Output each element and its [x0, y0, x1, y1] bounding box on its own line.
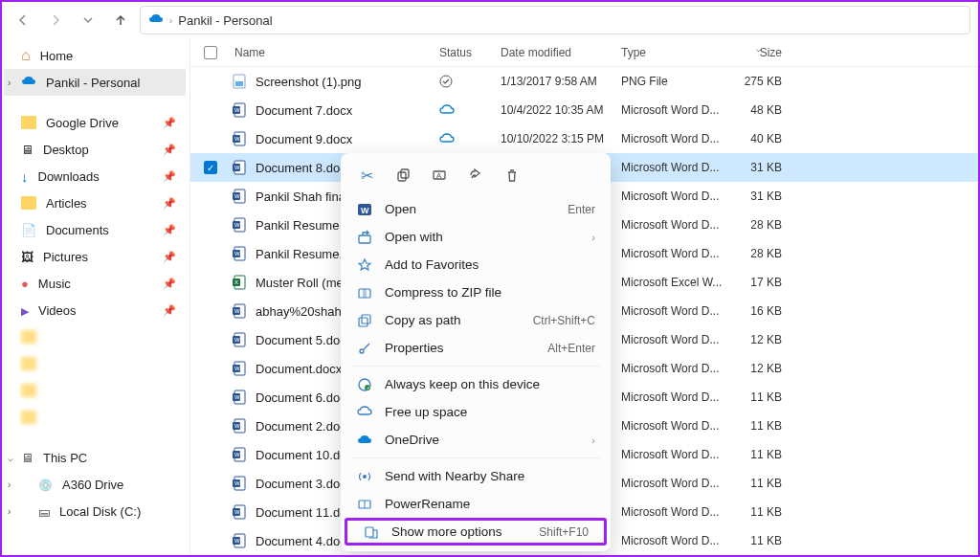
sidebar-item[interactable]: ›Pankil - Personal: [4, 69, 186, 96]
column-header-date[interactable]: Date modified: [501, 46, 621, 59]
context-menu-item[interactable]: Show more optionsShift+F10: [345, 518, 607, 546]
delete-icon[interactable]: [501, 165, 523, 186]
home-icon: [21, 47, 31, 64]
word-file-icon: W: [231, 216, 248, 234]
sidebar-item[interactable]: Downloads📌: [4, 163, 186, 189]
sidebar-item[interactable]: [4, 377, 186, 404]
column-header-name[interactable]: Name: [231, 46, 439, 59]
file-name: Document 8.docx: [256, 161, 352, 175]
word-file-icon: W: [231, 188, 248, 205]
context-menu-item[interactable]: Send with Nearby Share: [341, 462, 611, 490]
chevron-icon[interactable]: ⌵: [8, 453, 13, 463]
file-row[interactable]: WDocument 7.docx10/4/2022 10:35 AMMicros…: [190, 96, 978, 124]
pin-icon: 📌: [163, 117, 176, 129]
share-icon[interactable]: [465, 165, 486, 186]
file-type: Microsoft Word D...: [621, 247, 728, 260]
menu-item-label: Free up space: [385, 405, 595, 419]
download-icon: [21, 168, 29, 185]
menu-item-icon: [363, 524, 380, 540]
menu-item-icon: [356, 285, 373, 301]
file-row[interactable]: Screenshot (1).png1/13/2017 9:58 AMPNG F…: [190, 67, 978, 96]
word-file-icon: W: [231, 532, 248, 549]
sidebar-item[interactable]: Documents📌: [4, 216, 186, 243]
nav-recent-button[interactable]: [75, 7, 101, 33]
disk-icon: [38, 504, 50, 519]
svg-text:W: W: [234, 165, 240, 170]
rename-icon[interactable]: A: [429, 165, 450, 186]
svg-text:A: A: [436, 171, 442, 180]
context-menu-item[interactable]: Open with›: [341, 223, 611, 251]
breadcrumb-sep-icon: ›: [169, 15, 172, 26]
context-menu-item[interactable]: PowerRename: [341, 490, 611, 518]
chevron-right-icon: ›: [591, 232, 595, 243]
menu-item-icon: [356, 434, 373, 446]
file-row[interactable]: WDocument 9.docx10/10/2022 3:15 PMMicros…: [190, 124, 978, 153]
sidebar-item[interactable]: Home: [4, 42, 186, 69]
chevron-icon[interactable]: ›: [8, 506, 11, 517]
context-menu-item[interactable]: Compress to ZIP file: [341, 278, 611, 306]
menu-item-label: PowerRename: [385, 497, 595, 511]
sidebar-item[interactable]: [4, 323, 186, 350]
breadcrumb[interactable]: › Pankil - Personal: [140, 6, 970, 34]
folder-icon: [21, 411, 36, 424]
cloud-status-icon: [439, 133, 455, 145]
svg-text:W: W: [234, 251, 240, 256]
column-header-status[interactable]: Status: [439, 46, 501, 59]
documents-icon: [21, 223, 36, 237]
select-all-checkbox[interactable]: [190, 46, 231, 59]
file-name: Document 3.docx: [256, 477, 352, 491]
file-size: 31 KB: [728, 161, 791, 174]
word-file-icon: W: [231, 417, 248, 434]
nav-up-button[interactable]: [107, 7, 134, 33]
pin-icon: 📌: [163, 278, 176, 290]
context-menu-item[interactable]: PropertiesAlt+Enter: [341, 334, 611, 362]
column-header-type[interactable]: Type: [621, 46, 728, 59]
context-menu-item[interactable]: ✓Always keep on this device: [341, 370, 611, 398]
context-menu-item[interactable]: WOpenEnter: [341, 195, 611, 223]
chevron-icon[interactable]: ›: [8, 479, 11, 490]
sidebar-item[interactable]: [4, 404, 186, 431]
menu-item-icon: [356, 230, 373, 245]
sidebar-item[interactable]: Articles📌: [4, 189, 186, 216]
copy-icon[interactable]: [392, 165, 413, 186]
cut-icon[interactable]: ✂: [356, 165, 377, 186]
nav-forward-button[interactable]: [42, 7, 69, 33]
sidebar-item[interactable]: ⌵This PC: [4, 444, 186, 471]
word-file-icon: W: [231, 475, 248, 492]
nav-back-button[interactable]: [10, 7, 36, 33]
sidebar-item[interactable]: Google Drive📌: [4, 109, 186, 136]
folder-icon: [21, 330, 36, 344]
svg-text:W: W: [234, 308, 240, 314]
file-size: 16 KB: [728, 304, 791, 318]
sidebar-item[interactable]: ›Local Disk (C:): [4, 498, 186, 524]
context-menu-item[interactable]: OneDrive›: [341, 426, 611, 454]
excel-file-icon: X: [231, 274, 248, 291]
svg-rect-67: [366, 527, 373, 537]
file-size: 17 KB: [728, 276, 791, 289]
sidebar-item[interactable]: Pictures📌: [4, 243, 186, 270]
cloud-icon: [148, 13, 164, 28]
chevron-icon[interactable]: ›: [8, 78, 11, 88]
file-size: 48 KB: [728, 103, 791, 117]
file-name: Document 7.docx: [256, 103, 352, 118]
breadcrumb-item[interactable]: Pankil - Personal: [178, 13, 272, 28]
sidebar-item[interactable]: Videos📌: [4, 297, 186, 323]
word-file-icon: W: [231, 245, 248, 262]
folder-icon: [21, 116, 36, 129]
context-menu-item[interactable]: Free up space: [341, 398, 611, 426]
sidebar-item[interactable]: ›A360 Drive: [4, 471, 186, 498]
sidebar-item[interactable]: [4, 350, 186, 377]
folder-icon: [21, 196, 36, 210]
sidebar-item[interactable]: Music📌: [4, 270, 186, 297]
word-file-icon: W: [231, 302, 248, 320]
sidebar-item[interactable]: Desktop📌: [4, 136, 186, 163]
file-name: Screenshot (1).png: [256, 75, 362, 89]
sidebar[interactable]: Home›Pankil - PersonalGoogle Drive📌Deskt…: [2, 38, 189, 555]
context-menu-item[interactable]: Copy as pathCtrl+Shift+C: [341, 306, 611, 334]
chevron-right-icon: ›: [591, 434, 595, 446]
context-menu-item[interactable]: Add to Favorites: [341, 251, 611, 278]
column-header-size[interactable]: ⌵Size: [728, 46, 791, 59]
row-checkbox[interactable]: ✓: [204, 161, 217, 174]
file-size: 11 KB: [728, 505, 791, 519]
pin-icon: 📌: [163, 144, 176, 156]
